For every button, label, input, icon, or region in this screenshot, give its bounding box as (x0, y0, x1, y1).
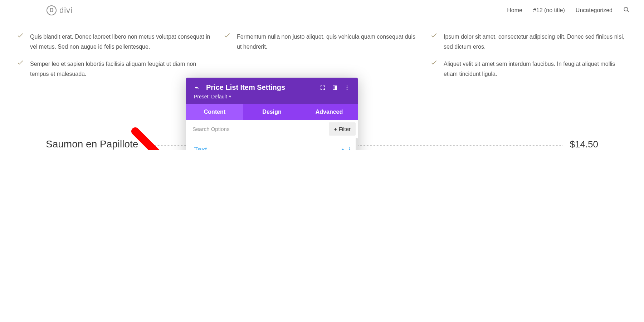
primary-nav: Home #12 (no title) Uncategorized (507, 6, 630, 14)
feature-text: Quis blandit erat. Donec laoreet libero … (30, 32, 213, 52)
feature-text: Fermentum nulla non justo aliquet, quis … (237, 32, 420, 52)
menu-item-title: Saumon en Papillote (46, 138, 138, 150)
svg-point-5 (347, 87, 348, 88)
expand-icon[interactable] (320, 85, 326, 91)
nav-12[interactable]: #12 (no title) (533, 7, 565, 14)
section-text-header[interactable]: Text (194, 141, 350, 150)
top-bar: D divi Home #12 (no title) Uncategorized (0, 0, 644, 21)
feature-item: Fermentum nulla non justo aliquet, quis … (224, 32, 420, 52)
snap-icon[interactable] (332, 85, 338, 91)
modal-header[interactable]: Price List Item Settings Preset: Default… (186, 78, 358, 104)
svg-line-1 (627, 10, 629, 12)
settings-modal: Price List Item Settings Preset: Default… (186, 78, 358, 150)
filter-button[interactable]: +Filter (329, 122, 356, 136)
modal-title: Price List Item Settings (206, 83, 313, 92)
check-icon (224, 33, 230, 40)
search-input[interactable] (186, 121, 327, 137)
feature-item: Semper leo et sapien lobortis facilisis … (17, 59, 213, 79)
svg-point-0 (624, 7, 628, 11)
more-icon[interactable] (344, 85, 350, 91)
logo-icon: D (47, 5, 57, 15)
modal-tabs: Content Design Advanced (186, 104, 358, 120)
feature-text: Semper leo et sapien lobortis facilisis … (30, 59, 213, 79)
section-more-icon[interactable] (349, 147, 350, 150)
feature-item: Quis blandit erat. Donec laoreet libero … (17, 32, 213, 52)
site-logo[interactable]: D divi (47, 5, 73, 15)
tab-content[interactable]: Content (186, 104, 243, 120)
feature-text: Aliquet velit sit amet sem interdum fauc… (444, 59, 627, 79)
collapse-icon[interactable] (340, 147, 345, 150)
tab-advanced[interactable]: Advanced (301, 104, 358, 120)
check-icon (17, 60, 24, 67)
section-title: Text (194, 146, 340, 150)
menu-item-price: $14.50 (570, 139, 598, 150)
check-icon (17, 33, 24, 40)
check-icon (431, 33, 437, 40)
feature-item: Aliquet velit sit amet sem interdum fauc… (431, 59, 627, 79)
check-icon (431, 60, 437, 67)
nav-home[interactable]: Home (507, 7, 522, 14)
svg-point-6 (347, 89, 348, 90)
preset-selector[interactable]: Preset: Default▼ (194, 94, 350, 99)
feature-columns: Quis blandit erat. Donec laoreet libero … (17, 32, 627, 79)
tab-design[interactable]: Design (243, 104, 301, 120)
search-icon[interactable] (623, 6, 630, 14)
search-row: +Filter (186, 120, 358, 138)
nav-uncategorized[interactable]: Uncategorized (576, 7, 613, 14)
feature-item: Ipsum dolor sit amet, consectetur adipis… (431, 32, 627, 52)
svg-point-4 (347, 86, 348, 87)
logo-text: divi (59, 6, 73, 15)
back-icon[interactable] (194, 85, 200, 91)
feature-text: Ipsum dolor sit amet, consectetur adipis… (444, 32, 627, 52)
modal-body: Text Price Title ? Content ADD MEDIA Vis… (186, 138, 358, 150)
